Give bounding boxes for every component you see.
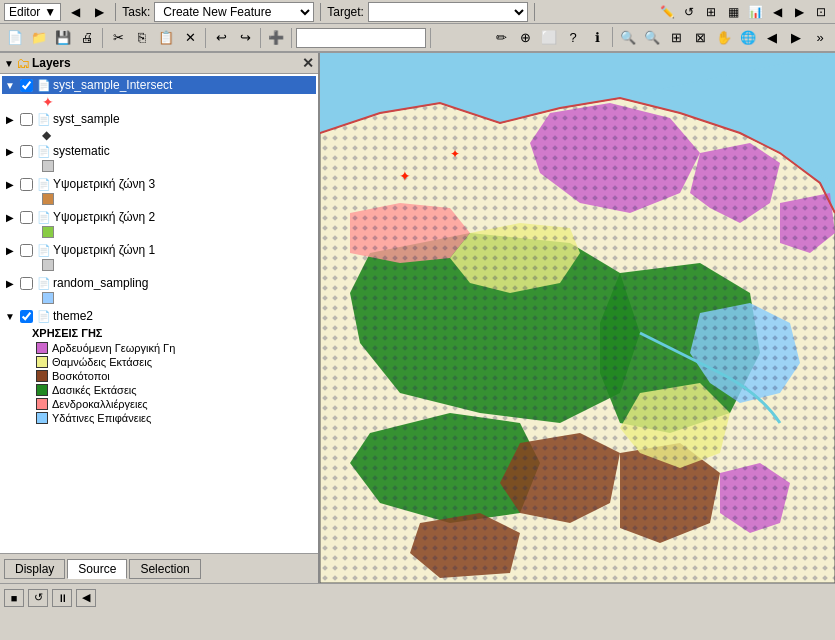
- legend-item-5: Υδάτινες Επιφάνειες: [32, 411, 316, 425]
- layer-item-ypso3[interactable]: ▶ 📄 Υψομετρική ζώνη 3: [2, 175, 316, 193]
- layer-symbol-random: [2, 292, 316, 307]
- copy-btn[interactable]: ⎘: [131, 27, 153, 49]
- panel-title: Layers: [32, 56, 71, 70]
- open-btn[interactable]: 📁: [28, 27, 50, 49]
- tab-source[interactable]: Source: [67, 559, 127, 579]
- layer-check-5[interactable]: [20, 244, 33, 257]
- task-select[interactable]: Create New Feature: [154, 2, 314, 22]
- layer-check-2[interactable]: [20, 145, 33, 158]
- box-icon[interactable]: ⬜: [538, 27, 560, 49]
- layer-item-systematic[interactable]: ▶ 📄 systematic: [2, 142, 316, 160]
- legend-color-4: [36, 398, 48, 410]
- status-btn-1[interactable]: ■: [4, 589, 24, 607]
- forward-button[interactable]: ▶: [89, 2, 109, 22]
- status-btn-3[interactable]: ⏸: [52, 589, 72, 607]
- layer-check-1[interactable]: [20, 113, 33, 126]
- add-btn[interactable]: ➕: [265, 27, 287, 49]
- paste-btn[interactable]: 📋: [155, 27, 177, 49]
- expand-icon-5[interactable]: ▶: [2, 242, 18, 258]
- new-btn[interactable]: 📄: [4, 27, 26, 49]
- expand-icon-7[interactable]: ▼: [2, 308, 18, 324]
- expand-icon-0[interactable]: ▼: [2, 77, 18, 93]
- status-btn-4[interactable]: ◀: [76, 589, 96, 607]
- select-icon[interactable]: ⊕: [514, 27, 536, 49]
- status-btn-2[interactable]: ↺: [28, 589, 48, 607]
- layer-symbol-ypso2: [2, 226, 316, 241]
- task-label: Task:: [122, 5, 150, 19]
- layers-tree: ▼ 📄 syst_sample_Intersect ✦ ▶ 📄 syst_sam…: [0, 74, 318, 553]
- nav-fwd-btn[interactable]: ▶: [785, 27, 807, 49]
- layer-item-ypso1[interactable]: ▶ 📄 Υψομετρική ζώνη 1: [2, 241, 316, 259]
- pan-btn[interactable]: ✋: [713, 27, 735, 49]
- zoom-layer-btn[interactable]: ⊠: [689, 27, 711, 49]
- zoom-out-btn[interactable]: 🔍: [641, 27, 663, 49]
- layer-symbol-sys3: [2, 160, 316, 175]
- cut-btn[interactable]: ✂: [107, 27, 129, 49]
- expand-icon-2[interactable]: ▶: [2, 143, 18, 159]
- legend-color-3: [36, 384, 48, 396]
- nav-more-btn[interactable]: »: [809, 27, 831, 49]
- toolbar-input[interactable]: [296, 28, 426, 48]
- globe-btn[interactable]: 🌐: [737, 27, 759, 49]
- layer-item-ypso2[interactable]: ▶ 📄 Υψομετρική ζώνη 2: [2, 208, 316, 226]
- pencil-icon[interactable]: ✏️: [657, 2, 677, 22]
- help-icon[interactable]: ?: [562, 27, 584, 49]
- target-select[interactable]: [368, 2, 528, 22]
- editor-dropdown[interactable]: Editor ▼: [4, 3, 61, 21]
- zoom-full-btn[interactable]: ⊞: [665, 27, 687, 49]
- tab-display[interactable]: Display: [4, 559, 65, 579]
- layer-item-theme2[interactable]: ▼ 📄 theme2: [2, 307, 316, 325]
- sep-t2-5: [430, 28, 431, 48]
- sep-t2-6: [612, 27, 613, 47]
- expand-all-icon[interactable]: ▼: [4, 58, 14, 69]
- tab-selection[interactable]: Selection: [129, 559, 200, 579]
- layer-check-3[interactable]: [20, 178, 33, 191]
- arrow-left2[interactable]: ◀: [767, 2, 787, 22]
- grid-icon[interactable]: ⊞: [701, 2, 721, 22]
- resize-icon[interactable]: ⊡: [811, 2, 831, 22]
- arrow-right2[interactable]: ▶: [789, 2, 809, 22]
- layer-label-4: Υψομετρική ζώνη 2: [53, 210, 155, 224]
- layer-item-syst-sample[interactable]: ▶ 📄 syst_sample: [2, 110, 316, 128]
- save-btn[interactable]: 💾: [52, 27, 74, 49]
- left-panel: ▼ 🗂 Layers ✕ ▼ 📄 syst_sample_Intersect ✦…: [0, 53, 320, 583]
- map-area[interactable]: ✦ ✦: [320, 53, 835, 583]
- nav-back-btn[interactable]: ◀: [761, 27, 783, 49]
- expand-icon-6[interactable]: ▶: [2, 275, 18, 291]
- info-icon[interactable]: ℹ: [586, 27, 608, 49]
- table-icon[interactable]: ▦: [723, 2, 743, 22]
- legend-item-2: Βοσκότοποι: [32, 369, 316, 383]
- layer-icon-7: 📄: [37, 310, 51, 323]
- layer-check-6[interactable]: [20, 277, 33, 290]
- svg-text:✦: ✦: [399, 168, 411, 184]
- rotate-icon[interactable]: ↺: [679, 2, 699, 22]
- layers-group-icon: 🗂: [16, 55, 30, 71]
- layer-item-random[interactable]: ▶ 📄 random_sampling: [2, 274, 316, 292]
- dropdown-arrow: ▼: [44, 5, 56, 19]
- expand-icon-4[interactable]: ▶: [2, 209, 18, 225]
- delete-btn[interactable]: ✕: [179, 27, 201, 49]
- legend-color-1: [36, 356, 48, 368]
- back-button[interactable]: ◀: [65, 2, 85, 22]
- layer-item-syst-sample-intersect[interactable]: ▼ 📄 syst_sample_Intersect: [2, 76, 316, 94]
- redo-btn[interactable]: ↪: [234, 27, 256, 49]
- panel-close-button[interactable]: ✕: [302, 55, 314, 71]
- undo-btn[interactable]: ↩: [210, 27, 232, 49]
- layer-check-7[interactable]: [20, 310, 33, 323]
- map-svg: ✦ ✦: [320, 53, 835, 583]
- layer-check-0[interactable]: [20, 79, 33, 92]
- legend-item-1: Θαμνώδεις Εκτάσεις: [32, 355, 316, 369]
- legend-item-3: Δασικές Εκτάσεις: [32, 383, 316, 397]
- chart-icon[interactable]: 📊: [745, 2, 765, 22]
- layer-symbol-ypso1: [2, 259, 316, 274]
- print-btn[interactable]: 🖨: [76, 27, 98, 49]
- edit-icon[interactable]: ✏: [490, 27, 512, 49]
- zoom-in-btn[interactable]: 🔍: [617, 27, 639, 49]
- expand-icon-3[interactable]: ▶: [2, 176, 18, 192]
- menu-bar: Editor ▼ ◀ ▶ Task: Create New Feature Ta…: [0, 0, 835, 24]
- layer-label-6: random_sampling: [53, 276, 148, 290]
- expand-icon-1[interactable]: ▶: [2, 111, 18, 127]
- layer-check-4[interactable]: [20, 211, 33, 224]
- legend-label-2: Βοσκότοποι: [52, 370, 110, 382]
- legend-label-0: Αρδευόμενη Γεωργική Γη: [52, 342, 175, 354]
